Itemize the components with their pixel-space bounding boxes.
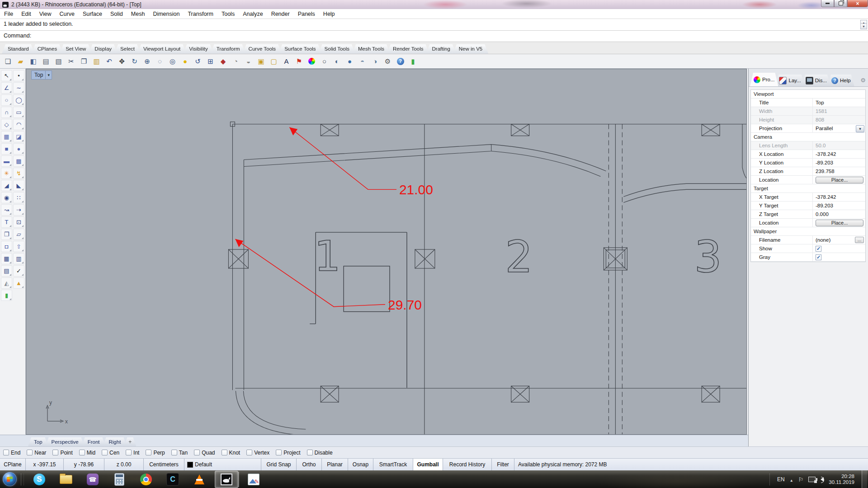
show-desktop-button[interactable] bbox=[862, 470, 867, 488]
help-icon[interactable]: ? bbox=[395, 56, 406, 67]
ortho-toggle[interactable]: Ortho bbox=[297, 459, 322, 470]
gears-icon[interactable]: ⚙ bbox=[382, 56, 393, 67]
color-wheel-icon[interactable] bbox=[306, 56, 317, 67]
checkbox-icon[interactable] bbox=[276, 450, 282, 455]
title-bar[interactable]: 2 (3443 KB) - Rhinoceros (Educational) (… bbox=[0, 0, 868, 9]
add-viewport-tab[interactable]: + bbox=[124, 437, 136, 446]
polyline-icon[interactable]: ∠ bbox=[1, 82, 12, 94]
osnap-toggle[interactable]: Quad bbox=[194, 450, 215, 456]
osnap-toggle[interactable]: Perp bbox=[146, 450, 165, 456]
boolean-union-icon[interactable]: ◉ bbox=[1, 192, 12, 203]
lamp-icon[interactable]: ● bbox=[179, 56, 191, 67]
rendered-view-icon[interactable]: ● bbox=[344, 56, 355, 67]
menu-item[interactable]: Analyze bbox=[239, 11, 267, 17]
toolbar-tab[interactable]: Visibility bbox=[183, 44, 213, 54]
row-camera-z[interactable]: Z Location 239.758 bbox=[751, 167, 865, 176]
toolbar-tab[interactable]: Mesh Tools bbox=[352, 44, 390, 54]
osnap-toggle-button[interactable]: Osnap bbox=[348, 459, 373, 470]
undo-view-icon[interactable]: ↺ bbox=[192, 56, 203, 67]
viewport-tab[interactable]: Front bbox=[82, 437, 106, 446]
open-file-icon[interactable]: ▰ bbox=[15, 56, 26, 67]
ellipse-icon[interactable]: ◯ bbox=[13, 94, 24, 106]
hide-objects-icon[interactable]: ◒ bbox=[243, 56, 254, 67]
leader-annotations[interactable]: 21.00 29.70 bbox=[235, 127, 433, 312]
row-camera-y[interactable]: Y Location -89.203 bbox=[751, 159, 865, 167]
ghosted-view-icon[interactable]: ◓ bbox=[357, 56, 368, 67]
scroll-down-icon[interactable] bbox=[860, 23, 867, 29]
point-edit-icon[interactable]: ⊡ bbox=[13, 216, 24, 228]
toolbar-tab[interactable]: Solid Tools bbox=[319, 44, 355, 54]
array-icon[interactable]: ▦ bbox=[1, 253, 12, 264]
copy-icon[interactable]: ❐ bbox=[78, 56, 90, 67]
tab-layers[interactable]: Lay... bbox=[775, 75, 804, 86]
single-point-icon[interactable]: • bbox=[13, 70, 24, 81]
check-selection-icon[interactable]: ✓ bbox=[13, 265, 24, 277]
place-target-button[interactable]: Place... bbox=[816, 220, 863, 226]
gumball-toggle[interactable]: Gumball bbox=[413, 459, 443, 470]
viewport-tab[interactable]: Top bbox=[28, 437, 48, 446]
toolbar-tab[interactable]: Display bbox=[89, 44, 118, 54]
osnap-toggle[interactable]: Vertex bbox=[246, 450, 269, 456]
menu-item[interactable]: Panels bbox=[294, 11, 319, 17]
units-indicator[interactable]: Centimeters bbox=[144, 459, 184, 470]
checkbox-icon[interactable] bbox=[171, 450, 177, 455]
grasshopper-icon[interactable]: ▮ bbox=[407, 56, 419, 67]
toolbar-tab[interactable]: Transform bbox=[211, 44, 246, 54]
unlock-objects-icon[interactable]: ▢ bbox=[268, 56, 279, 67]
shear-icon[interactable]: ▱ bbox=[13, 229, 24, 240]
osnap-toggle[interactable]: Disable bbox=[307, 450, 333, 456]
menu-item[interactable]: Edit bbox=[17, 11, 35, 17]
rotate-view-icon[interactable]: ↻ bbox=[129, 56, 140, 67]
minimize-button[interactable] bbox=[821, 0, 834, 7]
checkbox-icon[interactable] bbox=[222, 450, 227, 455]
circle-icon[interactable]: ○ bbox=[1, 94, 12, 106]
print-icon[interactable]: ▤ bbox=[40, 56, 52, 67]
command-scrollbar[interactable] bbox=[861, 20, 867, 29]
cplane-button[interactable]: CPlane bbox=[0, 459, 26, 470]
layer-state-icon[interactable]: ▤ bbox=[1, 265, 12, 277]
checkbox-icon[interactable] bbox=[3, 450, 9, 455]
box-icon[interactable]: ■ bbox=[1, 143, 12, 155]
checkbox-icon[interactable] bbox=[79, 450, 85, 455]
smarttrack-toggle[interactable]: SmartTrack bbox=[373, 459, 413, 470]
layer-indicator[interactable]: Default bbox=[184, 459, 261, 470]
sweep-surface-icon[interactable]: ◪ bbox=[13, 131, 24, 142]
viewport-layout-icon[interactable]: ⊞ bbox=[205, 56, 216, 67]
row-target-y[interactable]: Y Target -89.203 bbox=[751, 202, 865, 210]
taskbar-image-editor[interactable] bbox=[242, 471, 265, 488]
action-center-flag-icon[interactable] bbox=[798, 475, 804, 483]
toolbar-tab[interactable]: New in V5 bbox=[453, 44, 488, 54]
taskbar-chrome[interactable] bbox=[135, 471, 157, 488]
toolbar-tab[interactable]: Render Tools bbox=[387, 44, 429, 54]
menu-item[interactable]: Render bbox=[267, 11, 294, 17]
taskbar-explorer[interactable] bbox=[55, 471, 77, 488]
extrude-icon[interactable]: ⇧ bbox=[13, 241, 24, 252]
osnap-toggle[interactable]: Mid bbox=[79, 450, 95, 456]
gear-icon[interactable] bbox=[860, 77, 866, 84]
named-view-icon[interactable]: ◆ bbox=[217, 56, 229, 67]
toolbar-tab[interactable]: Viewport Layout bbox=[137, 44, 186, 54]
copy-objects-icon[interactable]: ❐ bbox=[1, 229, 12, 240]
undo-icon[interactable]: ↶ bbox=[104, 56, 115, 67]
checkbox-icon[interactable] bbox=[126, 450, 132, 455]
osnap-toggle[interactable]: Knot bbox=[222, 450, 241, 456]
polygon-icon[interactable]: ◇ bbox=[1, 119, 12, 130]
explode-icon[interactable]: ✳ bbox=[1, 168, 12, 179]
adjust-curve-icon[interactable]: ↝ bbox=[1, 204, 12, 216]
curve-interpolate-icon[interactable]: ∼ bbox=[13, 82, 24, 94]
toolbar-tab[interactable]: Standard bbox=[2, 44, 35, 54]
zoom-extents-icon[interactable]: ◎ bbox=[167, 56, 178, 67]
viewport-title-menu[interactable]: Top bbox=[31, 70, 52, 80]
grid-snap-toggle[interactable]: Grid Snap bbox=[261, 459, 297, 470]
toolbar-tab[interactable]: Drafting bbox=[426, 44, 456, 54]
osnap-toggle[interactable]: Project bbox=[276, 450, 300, 456]
taskbar-media-converter[interactable]: C bbox=[161, 471, 184, 488]
menu-item[interactable]: Surface bbox=[79, 11, 106, 17]
text-icon[interactable]: A bbox=[281, 56, 292, 67]
solid-tools-icon[interactable]: ◘ bbox=[1, 241, 12, 252]
split-icon[interactable]: ◣ bbox=[13, 180, 24, 191]
show-checkbox[interactable] bbox=[816, 246, 821, 252]
checkbox-icon[interactable] bbox=[307, 450, 313, 455]
pan-hand-icon[interactable]: ✥ bbox=[116, 56, 127, 67]
boolean-difference-icon[interactable]: ↯ bbox=[13, 168, 24, 179]
